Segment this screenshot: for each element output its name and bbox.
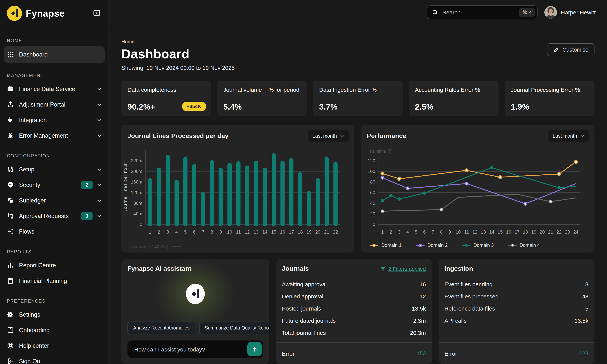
svg-text:13: 13 (253, 229, 259, 234)
svg-text:10: 10 (227, 229, 232, 234)
bar-chart-svg: 040m80m120m160m200m220m12345678910111213… (121, 143, 342, 243)
sidebar-item-dashboard[interactable]: Dashboard (4, 46, 105, 63)
bar (166, 155, 170, 226)
sidebar-item-integration[interactable]: Integration (0, 112, 108, 128)
kpi-label: Journal volume +-% for period (223, 86, 301, 93)
kpi-card-data-ingestion-error: Data Ingestion Error % 3.7% (313, 81, 403, 117)
fynapse-logo-icon (7, 6, 22, 21)
brand-name: Fynapse (26, 8, 65, 19)
briefcase-icon (7, 85, 14, 92)
svg-text:21: 21 (324, 229, 329, 234)
legend-item-domain-2[interactable]: Domain 2 (416, 243, 448, 248)
sidebar-collapse-icon[interactable] (92, 8, 102, 18)
sidebar-item-label: Flows (19, 228, 34, 235)
edit-icon (553, 47, 559, 53)
sidebar-item-finance-data-service[interactable]: Finance Data Service (0, 81, 108, 97)
svg-text:15: 15 (498, 229, 503, 234)
bar (201, 192, 205, 226)
customise-button[interactable]: Customise (547, 43, 594, 56)
svg-text:7: 7 (202, 229, 204, 234)
svg-text:40: 40 (370, 201, 375, 206)
sidebar-item-security[interactable]: Security2 (0, 177, 108, 193)
legend-item-domain-3[interactable]: Domain 3 (462, 243, 494, 248)
dashboard-content: Home Dashboard Showing: 19 Nov 2024 00:0… (109, 25, 607, 364)
svg-text:Journal lines per hour: Journal lines per hour (123, 163, 128, 212)
filters-applied-link[interactable]: 2 Filters applied (380, 266, 426, 272)
search-icon (432, 9, 438, 15)
bar-chart-range-value: Last month (312, 133, 337, 139)
sidebar-item-help-center[interactable]: Help center (0, 338, 108, 353)
breadcrumb[interactable]: Home (121, 39, 235, 44)
svg-text:120m: 120m (131, 190, 142, 195)
sidebar-item-flows[interactable]: Flows (0, 224, 108, 239)
stat-label: Future dated journals (282, 317, 336, 324)
sidebar-item-adjustment-portal[interactable]: Adjustment Portal (0, 97, 108, 112)
chevron-down-icon[interactable] (96, 182, 102, 188)
legend-marker (508, 243, 516, 247)
stat-value: 5 (585, 305, 588, 312)
svg-text:17: 17 (515, 229, 520, 234)
ingestion-stats: Event files pending8Event files processe… (444, 278, 588, 326)
search-field[interactable] (442, 9, 515, 16)
sidebar-item-financial-planning[interactable]: Financial Planning (0, 273, 108, 288)
legend-label: Domain 2 (427, 243, 448, 248)
bar (236, 161, 240, 226)
chevron-down-icon[interactable] (96, 102, 102, 107)
bar-chart-range-select[interactable]: Last month (308, 130, 349, 142)
sidebar-item-settings[interactable]: Settings (0, 307, 108, 322)
stat-row-event-files-processed: Event files processed48 (444, 290, 588, 302)
sidebar-item-label: Dashboard (19, 51, 48, 58)
send-button[interactable] (247, 342, 262, 356)
svg-text:20: 20 (370, 211, 375, 216)
kpi-badge: +354K (182, 102, 206, 111)
sidebar-item-sign-out[interactable]: Sign Out (0, 353, 108, 364)
legend-item-domain-1[interactable]: Domain 1 (370, 243, 402, 248)
kpi-value: 2.5% (415, 102, 434, 111)
stat-value: 13.5k (575, 317, 588, 324)
chevron-down-icon[interactable] (96, 117, 102, 123)
ai-input[interactable] (128, 340, 263, 358)
chevron-down-icon[interactable] (96, 132, 102, 139)
chevron-down-icon[interactable] (96, 166, 102, 172)
page-title: Dashboard (121, 47, 235, 61)
ai-suggestion-chip-analyze-recent-anomalies[interactable]: Analyze Recent Anomalies (128, 322, 195, 334)
svg-text:9: 9 (449, 229, 451, 234)
sidebar-item-setup[interactable]: Setup (0, 162, 108, 177)
avatar[interactable] (545, 6, 557, 19)
sidebar-item-label: Finance Data Service (19, 86, 75, 92)
stat-label: Reference data files (444, 305, 495, 312)
ai-suggestion-chip-summarize-data-quality-report[interactable]: Summarize Data Quality Report (199, 322, 269, 334)
svg-text:120: 120 (368, 158, 375, 163)
line-series-domain-4 (383, 194, 576, 211)
stat-value: 16 (420, 281, 426, 287)
line-series-domain-2 (383, 178, 576, 204)
svg-text:2: 2 (390, 229, 392, 234)
bug-icon (7, 132, 14, 139)
sidebar-item-onboarding[interactable]: Onboarding (0, 322, 108, 338)
nav-section-label: MANAGEMENT (7, 73, 108, 78)
sidebar-item-report-centre[interactable]: Report Centre (0, 258, 108, 273)
ai-input-field[interactable] (133, 346, 247, 353)
svg-text:0: 0 (140, 222, 142, 227)
bar (245, 166, 249, 226)
svg-text:11: 11 (236, 229, 241, 234)
ingestion-error-link[interactable]: 123 (579, 350, 588, 356)
legend-item-domain-4[interactable]: Domain 4 (508, 243, 540, 248)
bottom-row: Fynapse AI assistant Analyze Recent Anom… (121, 259, 594, 364)
sidebar-item-approval-requests[interactable]: Approval Requests3 (0, 208, 108, 224)
svg-text:22: 22 (556, 229, 562, 234)
bar-chart-card: Journal Lines Processed per day Last mon… (121, 125, 354, 253)
journals-error-link[interactable]: 153 (417, 350, 426, 356)
search-input[interactable]: ⌘ K (427, 5, 538, 19)
line-chart-range-select[interactable]: Last month (548, 130, 589, 142)
svg-text:17: 17 (289, 229, 294, 234)
chevron-down-icon[interactable] (96, 213, 102, 219)
svg-text:12: 12 (472, 229, 477, 234)
user-menu[interactable]: Harper Hewitt (545, 6, 596, 19)
chevron-down-icon[interactable] (96, 197, 102, 203)
sidebar-item-error-management[interactable]: Error Management (0, 128, 108, 143)
sidebar-item-subledger[interactable]: Subledger (0, 193, 108, 208)
chevron-down-icon[interactable] (96, 86, 102, 92)
svg-text:80: 80 (370, 179, 375, 184)
bookmark-icon (7, 326, 14, 334)
